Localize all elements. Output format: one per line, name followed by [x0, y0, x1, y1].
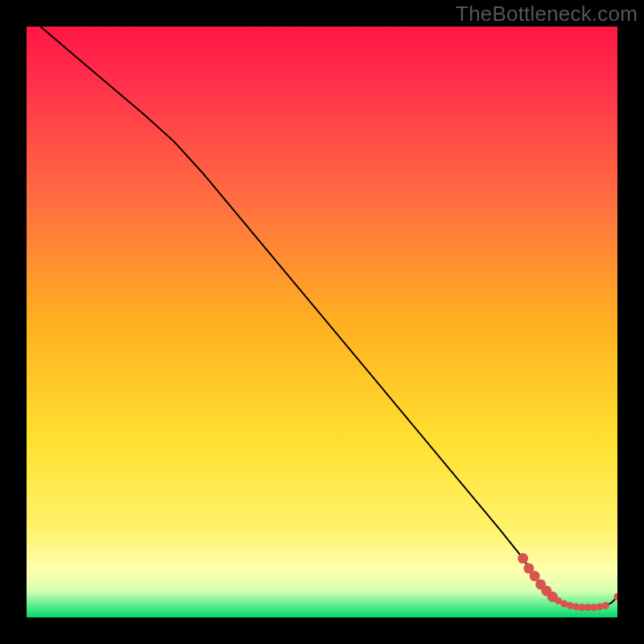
data-marker: [602, 602, 609, 609]
chart-plot-area: [27, 27, 617, 617]
chart-frame: TheBottleneck.com: [0, 0, 644, 644]
data-marker: [518, 553, 528, 564]
chart-svg: [27, 27, 617, 617]
watermark-text: TheBottleneck.com: [456, 2, 638, 27]
gradient-background: [27, 27, 617, 617]
